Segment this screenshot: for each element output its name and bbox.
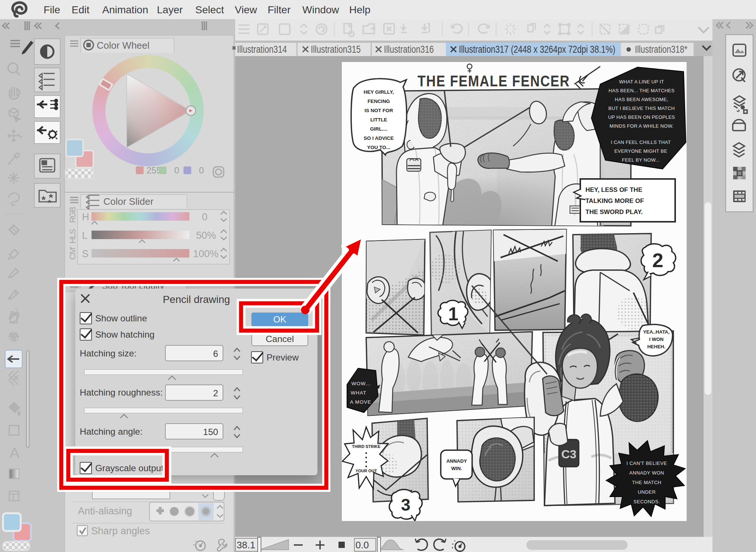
svg-text:YOUR OUT: YOUR OUT	[355, 469, 377, 473]
svg-text:WHAT: WHAT	[351, 390, 367, 396]
svg-text:ANNADY WON: ANNADY WON	[629, 470, 664, 476]
svg-text:THE SWORD PLAY.: THE SWORD PLAY.	[585, 208, 643, 215]
svg-text:YEA..HATA,: YEA..HATA,	[643, 329, 670, 335]
svg-text:3: 3	[401, 495, 410, 514]
svg-text:HAS BEEN... THE MATCHES: HAS BEEN... THE MATCHES	[608, 88, 674, 93]
svg-text:TALKING MORE OF: TALKING MORE OF	[585, 197, 644, 204]
svg-text:LITTLE: LITTLE	[370, 117, 387, 123]
svg-text:C3: C3	[561, 448, 577, 461]
svg-text:SO I ADVICE: SO I ADVICE	[364, 135, 394, 141]
svg-text:HEY GIRLLY,: HEY GIRLLY,	[364, 89, 394, 95]
svg-text:THE MATCH: THE MATCH	[632, 480, 661, 485]
svg-text:Illustration317 (2448 x 3264px: Illustration317 (2448 x 3264px 72dpi 38.…	[459, 44, 615, 55]
svg-text:MINDS FOR A WHILE NOW.: MINDS FOR A WHILE NOW.	[609, 123, 673, 129]
svg-text:FENCING: FENCING	[368, 99, 390, 104]
svg-text:WHAT A LINE UP IT: WHAT A LINE UP IT	[619, 79, 664, 84]
svg-text:I CAN FEEL CHILLS THAT: I CAN FEEL CHILLS THAT	[611, 139, 671, 145]
svg-text:FEEL BY NOW...: FEEL BY NOW...	[622, 157, 660, 163]
svg-text:Illustration318*: Illustration318*	[635, 44, 687, 55]
svg-text:UP HAS BEEN ON PEOPLES: UP HAS BEEN ON PEOPLES	[608, 114, 675, 120]
svg-text:SECONDS.: SECONDS.	[633, 499, 660, 504]
svg-text:HAS BEEN AWESOME,: HAS BEEN AWESOME,	[615, 97, 669, 102]
svg-text:Illustration315: Illustration315	[311, 44, 361, 55]
svg-text:IS NOT FOR: IS NOT FOR	[364, 108, 393, 113]
svg-text:38.1: 38.1	[237, 539, 255, 551]
svg-text:I CAN'T BELIEVE: I CAN'T BELIEVE	[626, 460, 667, 466]
svg-text:Illustration316: Illustration316	[384, 44, 434, 55]
svg-text:A MOVE: A MOVE	[350, 399, 371, 405]
svg-text:Illustration314: Illustration314	[237, 44, 287, 55]
svg-text:0.0: 0.0	[355, 539, 369, 551]
svg-text:ANNADY: ANNADY	[446, 458, 467, 464]
svg-text:WIN.: WIN.	[451, 466, 462, 471]
svg-text:YOU TO...: YOU TO...	[367, 145, 391, 150]
svg-text:1: 1	[448, 304, 458, 324]
svg-text:2: 2	[652, 249, 663, 271]
svg-text:HEHEH.: HEHEH.	[647, 344, 665, 349]
svg-text:THIRD STRIKE: THIRD STRIKE	[352, 444, 381, 449]
svg-text:EVERYONE MIGHT BE: EVERYONE MIGHT BE	[614, 148, 667, 154]
svg-text:THE FEMALE FENCER: THE FEMALE FENCER	[417, 72, 570, 90]
svg-text:HEY, LESS OF THE: HEY, LESS OF THE	[585, 186, 642, 193]
svg-text:WOW...: WOW...	[351, 381, 371, 386]
svg-text:UNDER: UNDER	[638, 489, 656, 495]
svg-text:BUT I BELIEVE THIS MATCH: BUT I BELIEVE THIS MATCH	[608, 106, 675, 111]
svg-text:I WON: I WON	[649, 337, 664, 342]
svg-text:GIRL....: GIRL....	[370, 126, 387, 132]
